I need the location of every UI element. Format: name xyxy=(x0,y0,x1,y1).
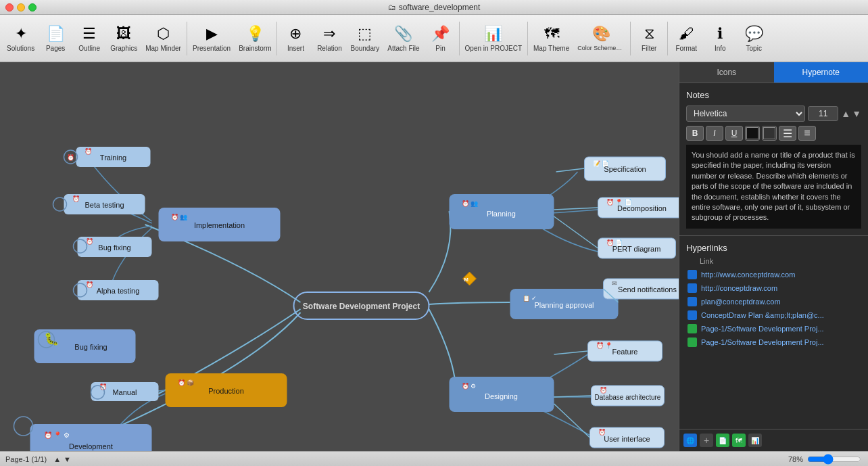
text-color-button[interactable] xyxy=(745,126,760,141)
toolbar-filter[interactable]: ⧖ Filter xyxy=(632,18,666,59)
bg-color-button[interactable] xyxy=(762,126,777,141)
map-theme-label: Map Theme xyxy=(533,45,569,52)
svg-point-68 xyxy=(14,417,33,436)
toolbar-separator-2 xyxy=(276,22,277,55)
font-size-down-icon[interactable]: ▼ xyxy=(852,108,861,119)
map-minder-icon: ⬡ xyxy=(157,25,170,43)
svg-text:Feature: Feature xyxy=(612,348,638,356)
insert-icon: ⊕ xyxy=(289,25,302,43)
tab-icons[interactable]: Icons xyxy=(679,62,774,83)
toolbar-map-minder[interactable]: ⬡ Map Minder xyxy=(141,18,185,59)
svg-text:Planning approval: Planning approval xyxy=(534,301,594,309)
titlebar: 🗂software_development xyxy=(0,0,868,15)
link-item[interactable]: Page-1/Software Development Proj... xyxy=(686,322,861,335)
info-label: Info xyxy=(715,45,726,52)
toolbar-format[interactable]: 🖌 Format xyxy=(669,18,703,59)
link-item[interactable]: plan@conceptdraw.com xyxy=(686,295,861,308)
brainstorm-label: Brainstorm xyxy=(239,45,271,52)
svg-text:Database architecture: Database architecture xyxy=(595,394,661,401)
open-project-icon: 📊 xyxy=(484,25,502,43)
zoom-slider[interactable] xyxy=(807,454,861,465)
toolbar-boundary[interactable]: ⬚ Boundary xyxy=(346,18,383,59)
toolbar-graphics[interactable]: 🖼 Graphics xyxy=(106,18,141,59)
boundary-label: Boundary xyxy=(350,45,379,52)
svg-line-69 xyxy=(556,168,585,172)
svg-text:Software Development Project: Software Development Project xyxy=(303,302,420,311)
svg-text:⏰: ⏰ xyxy=(67,154,75,162)
link-item[interactable]: http://www.conceptdraw.com xyxy=(686,268,861,281)
map-theme-icon: 🗺 xyxy=(544,25,559,43)
tab-hypernote[interactable]: Hypernote xyxy=(774,62,869,83)
font-select[interactable]: Helvetica xyxy=(686,106,805,122)
page-label: Page-1 (1/1) xyxy=(5,455,47,463)
svg-text:Designing: Designing xyxy=(485,392,518,400)
svg-text:Alpha testing: Alpha testing xyxy=(97,287,140,295)
italic-button[interactable]: I xyxy=(706,126,723,141)
solutions-icon: ✦ xyxy=(15,25,27,43)
toolbar-info[interactable]: ℹ Info xyxy=(703,18,737,59)
toolbar: ✦ Solutions 📄 Pages ☰ Outline 🖼 Graphics… xyxy=(0,15,868,62)
link-chart-icon[interactable]: 📊 xyxy=(748,434,762,447)
svg-text:Planning: Planning xyxy=(487,210,516,218)
hyperlinks-section: Hyperlinks Link http://www.conceptdraw.c… xyxy=(679,236,868,429)
link-text: http://conceptdraw.com xyxy=(701,284,777,292)
font-size-input[interactable] xyxy=(808,106,838,121)
link-item[interactable]: Page-1/Software Development Proj... xyxy=(686,335,861,349)
filter-label: Filter xyxy=(642,45,656,52)
boundary-icon: ⬚ xyxy=(358,25,372,43)
toolbar-outline[interactable]: ☰ Outline xyxy=(72,18,106,59)
font-row: Helvetica ▲ ▼ xyxy=(686,106,861,122)
next-page-button[interactable]: ▼ xyxy=(64,455,71,463)
svg-line-70 xyxy=(554,208,598,210)
link-add-icon[interactable]: + xyxy=(700,434,713,447)
svg-text:Bug fixing: Bug fixing xyxy=(98,243,130,252)
font-size-up-icon[interactable]: ▲ xyxy=(841,108,850,119)
underline-button[interactable]: U xyxy=(725,126,743,141)
attach-file-label: Attach File xyxy=(387,45,419,52)
toolbar-topic[interactable]: 💬 Topic xyxy=(737,18,771,59)
window-controls xyxy=(5,3,37,11)
link-text: Page-1/Software Development Proj... xyxy=(701,338,824,346)
link-map-icon[interactable]: 🗺 xyxy=(732,434,746,447)
toolbar-map-theme[interactable]: 🗺 Map Theme xyxy=(529,18,573,59)
link-file-icon[interactable]: 📄 xyxy=(716,434,729,447)
toolbar-relation[interactable]: ⇒ Relation xyxy=(312,18,346,59)
toolbar-brainstorm[interactable]: 💡 Brainstorm xyxy=(235,18,275,59)
link-icon xyxy=(688,283,697,293)
toolbar-insert[interactable]: ⊕ Insert xyxy=(279,18,312,59)
link-item[interactable]: http://conceptdraw.com xyxy=(686,281,861,295)
bold-button[interactable]: B xyxy=(686,126,704,141)
solutions-label: Solutions xyxy=(7,45,34,52)
toolbar-pages[interactable]: 📄 Pages xyxy=(39,18,72,59)
brainstorm-icon: 💡 xyxy=(246,25,264,43)
attach-file-icon: 📎 xyxy=(394,25,412,43)
topic-icon: 💬 xyxy=(745,25,763,43)
toolbar-separator-4 xyxy=(527,22,528,55)
link-item[interactable]: ConceptDraw Plan &amp;lt;plan@c... xyxy=(686,308,861,322)
maximize-button[interactable] xyxy=(28,3,37,11)
prev-page-button[interactable]: ▲ xyxy=(53,455,61,463)
toolbar-separator-3 xyxy=(459,22,460,55)
toolbar-pin[interactable]: 📌 Pin xyxy=(424,18,458,59)
canvas[interactable]: .conn { fill: none; stroke: #7ab8d8; str… xyxy=(0,62,679,451)
toolbar-separator-1 xyxy=(187,22,187,55)
svg-text:⏰ 📍: ⏰ 📍 xyxy=(596,342,614,350)
color-schemes-label: Color Schemes for Theme xyxy=(577,45,625,51)
link-globe-icon[interactable]: 🌐 xyxy=(683,434,697,447)
close-button[interactable] xyxy=(5,3,14,11)
svg-text:Decomposition: Decomposition xyxy=(617,204,667,212)
toolbar-solutions[interactable]: ✦ Solutions xyxy=(3,18,39,59)
minimize-button[interactable] xyxy=(17,3,25,11)
svg-text:⏰ 👥: ⏰ 👥 xyxy=(171,213,189,221)
toolbar-presentation[interactable]: ▶ Presentation xyxy=(189,18,235,59)
toolbar-open-project[interactable]: 📊 Open in PROJECT xyxy=(461,18,526,59)
svg-text:Development: Development xyxy=(69,442,113,450)
list-button[interactable]: ☰ xyxy=(779,126,796,141)
svg-text:Production: Production xyxy=(208,387,244,395)
svg-text:Send notifications: Send notifications xyxy=(618,285,677,294)
toolbar-color-schemes[interactable]: 🎨 Color Schemes for Theme xyxy=(573,18,629,59)
toolbar-attach-file[interactable]: 📎 Attach File xyxy=(383,18,423,59)
svg-text:Training: Training xyxy=(100,154,126,162)
svg-line-75 xyxy=(554,404,590,438)
indent-button[interactable]: ≡ xyxy=(798,126,816,141)
